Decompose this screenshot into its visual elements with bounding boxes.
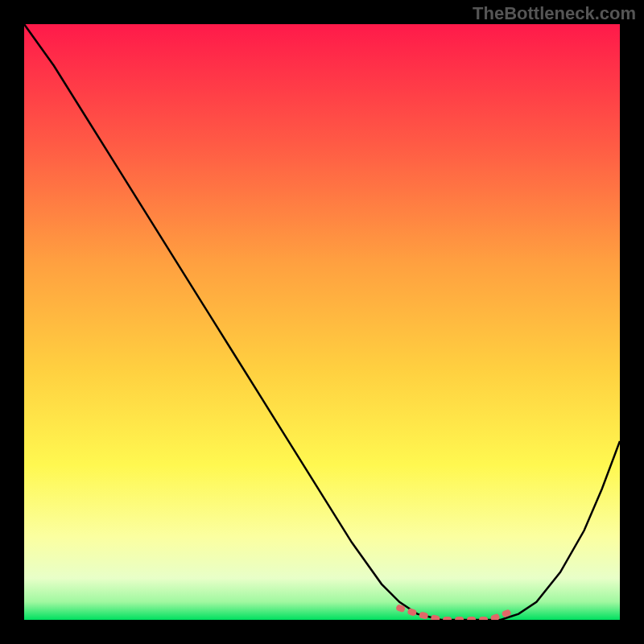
watermark-text: TheBottleneck.com (473, 3, 636, 24)
gradient-background (24, 24, 620, 620)
chart-plot-area (24, 24, 620, 620)
chart-svg (24, 24, 620, 620)
